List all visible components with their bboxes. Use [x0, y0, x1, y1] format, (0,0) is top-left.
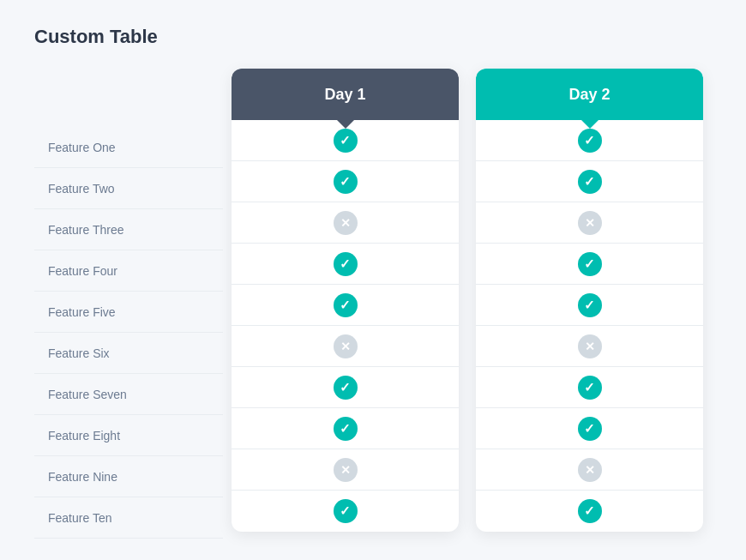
feature-label: Feature One	[34, 127, 223, 168]
day-cell: ✓	[476, 244, 703, 285]
day-cell: ✓	[232, 367, 459, 408]
day2-cells: ✓✓✕✓✓✕✓✓✕✓	[476, 120, 703, 532]
day-cell: ✕	[232, 449, 459, 491]
day1-cells: ✓✓✕✓✓✕✓✓✕✓	[232, 120, 459, 532]
day-cell: ✕	[232, 202, 459, 244]
day1-column: Day 1 ✓✓✕✓✓✕✓✓✕✓	[232, 69, 459, 532]
feature-label: Feature Seven	[34, 374, 223, 415]
page-container: Custom Table Feature OneFeature TwoFeatu…	[0, 0, 746, 560]
check-icon: ✓	[334, 129, 358, 153]
check-icon: ✓	[578, 293, 602, 317]
day2-column: Day 2 ✓✓✕✓✓✕✓✓✕✓	[476, 69, 703, 532]
day-cell: ✓	[232, 408, 459, 449]
check-icon: ✓	[334, 376, 358, 400]
check-icon: ✓	[334, 499, 358, 523]
check-icon: ✓	[578, 417, 602, 441]
cross-icon: ✕	[334, 211, 358, 235]
day-cell: ✓	[476, 491, 703, 532]
check-icon: ✓	[334, 170, 358, 194]
check-icon: ✓	[578, 252, 602, 276]
feature-column: Feature OneFeature TwoFeature ThreeFeatu…	[34, 69, 223, 539]
cross-icon: ✕	[334, 334, 358, 358]
cross-icon: ✕	[578, 334, 602, 358]
day-cell: ✓	[232, 491, 459, 532]
cross-icon: ✕	[578, 211, 602, 235]
feature-label: Feature Ten	[34, 497, 223, 539]
day-cell: ✓	[232, 285, 459, 326]
day-cell: ✓	[232, 161, 459, 202]
check-icon: ✓	[334, 252, 358, 276]
feature-label: Feature Six	[34, 333, 223, 374]
table-wrapper: Feature OneFeature TwoFeature ThreeFeatu…	[34, 69, 712, 539]
day-cell: ✕	[476, 449, 703, 491]
day2-header: Day 2	[476, 69, 703, 120]
check-icon: ✓	[334, 293, 358, 317]
page-title: Custom Table	[34, 26, 712, 48]
cross-icon: ✕	[578, 458, 602, 482]
feature-label: Feature Two	[34, 168, 223, 209]
day2-label: Day 2	[569, 86, 610, 104]
feature-label: Feature Eight	[34, 415, 223, 456]
day-cell: ✓	[476, 285, 703, 326]
feature-label: Feature Three	[34, 209, 223, 250]
day-cell: ✕	[232, 326, 459, 367]
feature-label: Feature Five	[34, 292, 223, 333]
check-icon: ✓	[334, 417, 358, 441]
check-icon: ✓	[578, 376, 602, 400]
day1-header: Day 1	[232, 69, 459, 120]
day-cell: ✓	[476, 367, 703, 408]
feature-label: Feature Four	[34, 250, 223, 292]
day-cell: ✓	[232, 244, 459, 285]
day-cell: ✕	[476, 202, 703, 244]
day1-label: Day 1	[324, 86, 365, 104]
check-icon: ✓	[578, 499, 602, 523]
feature-label: Feature Nine	[34, 456, 223, 497]
day-cell: ✓	[476, 408, 703, 449]
check-icon: ✓	[578, 129, 602, 153]
day-cell: ✓	[476, 161, 703, 202]
day-cell: ✕	[476, 326, 703, 367]
cross-icon: ✕	[334, 458, 358, 482]
check-icon: ✓	[578, 170, 602, 194]
